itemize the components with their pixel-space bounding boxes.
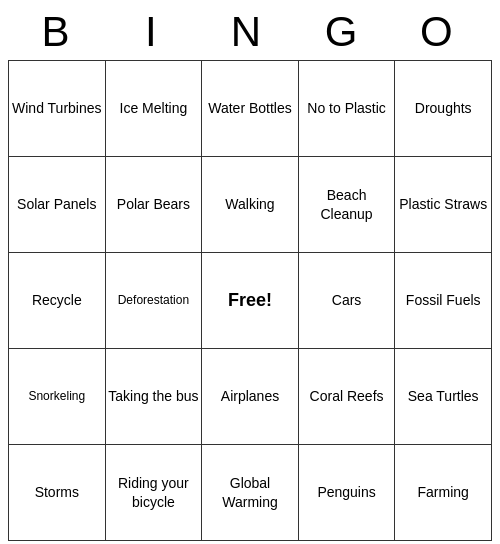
cell-r3-c3[interactable]: Coral Reefs (298, 349, 395, 445)
cell-r1-c4[interactable]: Plastic Straws (395, 157, 492, 253)
cell-r0-c3[interactable]: No to Plastic (298, 61, 395, 157)
cell-r4-c4[interactable]: Farming (395, 445, 492, 541)
bingo-grid: Wind TurbinesIce MeltingWater BottlesNo … (8, 60, 492, 541)
cell-r0-c2[interactable]: Water Bottles (202, 61, 299, 157)
cell-r2-c1[interactable]: Deforestation (105, 253, 202, 349)
cell-r3-c4[interactable]: Sea Turtles (395, 349, 492, 445)
cell-r0-c0[interactable]: Wind Turbines (9, 61, 106, 157)
cell-r3-c1[interactable]: Taking the bus (105, 349, 202, 445)
cell-r1-c0[interactable]: Solar Panels (9, 157, 106, 253)
cell-r0-c4[interactable]: Droughts (395, 61, 492, 157)
cell-r2-c4[interactable]: Fossil Fuels (395, 253, 492, 349)
cell-r2-c3[interactable]: Cars (298, 253, 395, 349)
title-n: N (206, 8, 294, 56)
cell-r2-c0[interactable]: Recycle (9, 253, 106, 349)
cell-r1-c1[interactable]: Polar Bears (105, 157, 202, 253)
title-g: G (301, 8, 389, 56)
title-b: B (16, 8, 104, 56)
cell-r4-c2[interactable]: Global Warming (202, 445, 299, 541)
cell-r1-c3[interactable]: Beach Cleanup (298, 157, 395, 253)
cell-r1-c2[interactable]: Walking (202, 157, 299, 253)
cell-r3-c2[interactable]: Airplanes (202, 349, 299, 445)
bingo-title: B I N G O (8, 8, 492, 56)
cell-r3-c0[interactable]: Snorkeling (9, 349, 106, 445)
cell-r4-c1[interactable]: Riding your bicycle (105, 445, 202, 541)
cell-r0-c1[interactable]: Ice Melting (105, 61, 202, 157)
cell-r4-c0[interactable]: Storms (9, 445, 106, 541)
title-i: I (111, 8, 199, 56)
cell-r4-c3[interactable]: Penguins (298, 445, 395, 541)
title-o: O (396, 8, 484, 56)
cell-r2-c2[interactable]: Free! (202, 253, 299, 349)
